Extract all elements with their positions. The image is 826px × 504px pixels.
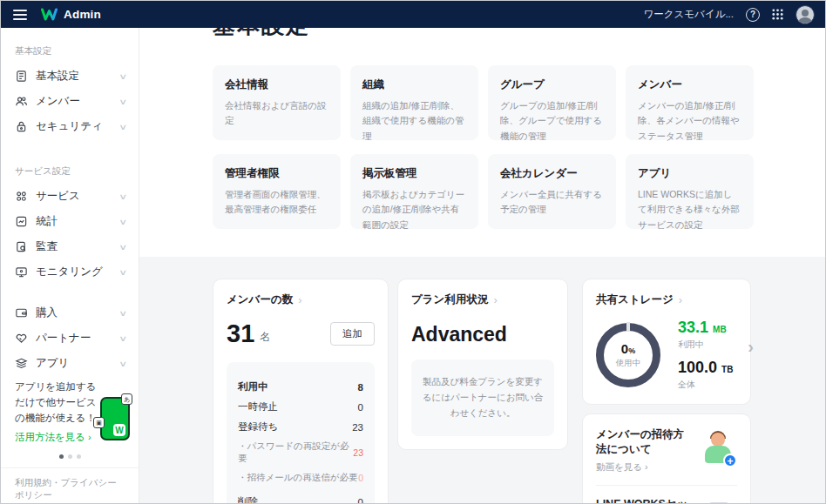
clipped-page-title: 基本設定 xyxy=(213,28,825,36)
app-logo[interactable]: Admin xyxy=(41,8,101,21)
sidebar-item-apps[interactable]: アプリ ∨ xyxy=(1,351,139,376)
shortcut-title: メンバー xyxy=(638,77,741,92)
user-avatar[interactable] xyxy=(796,5,815,24)
help-icon[interactable]: ? xyxy=(746,8,760,22)
guide-row-invite-members[interactable]: メンバーの招待方法について 動画を見る + xyxy=(596,416,737,485)
sidebar-item-partner[interactable]: パートナー ∨ xyxy=(1,326,139,351)
storage-percent-label: 使用中 xyxy=(616,358,641,369)
member-status-row-resend-invite: ・招待メールの再送信が必要 0 xyxy=(238,472,363,484)
guide-row-setup-guide[interactable]: LINE WORKSセットアップガイド ドキュメントを見る W xyxy=(596,485,737,504)
carousel-dot[interactable] xyxy=(59,454,64,459)
shortcut-title: 管理者権限 xyxy=(225,166,328,181)
shortcut-card-board-management[interactable]: 掲示板管理 掲示板およびカテゴリーの追加/修正/削除や共有範囲の設定 xyxy=(350,154,478,229)
sidebar-item-members[interactable]: メンバー ∨ xyxy=(1,89,139,114)
admin-console-window: Admin ワークスモバイル... ? xyxy=(0,0,826,504)
setup-guide-illustration: W xyxy=(701,501,737,504)
shortcut-card-grid: 会社情報 会社情報および言語の設定 組織 組織の追加/修正/削除、組織で使用する… xyxy=(213,65,825,229)
shortcut-desc: 会社情報および言語の設定 xyxy=(225,98,328,129)
storage-used-label: 利用中 xyxy=(678,339,733,351)
storage-total-unit: TB xyxy=(721,365,733,374)
member-status-row-pending: 登録待ち 23 xyxy=(238,420,363,433)
member-status-list: 利用中 8 一時停止 0 登録待ち 23 xyxy=(227,362,375,504)
hamburger-menu-icon[interactable] xyxy=(13,10,27,20)
chevron-down-icon: ∨ xyxy=(119,72,128,81)
chevron-down-icon: ∨ xyxy=(119,268,128,277)
shortcut-title: 会社カレンダー xyxy=(500,166,604,181)
sidebar-item-services[interactable]: サービス ∨ xyxy=(1,184,139,209)
carousel-dot[interactable] xyxy=(68,454,72,459)
sidebar: 基本設定 基本設定 ∨ メンバー ∨ セキュリティ ∨ xyxy=(1,28,139,503)
sidebar-item-label: アプリ xyxy=(36,356,69,371)
sidebar-item-statistics[interactable]: 統計 ∨ xyxy=(1,209,139,234)
sidebar-section-label-service: サービス設定 xyxy=(1,155,139,184)
layers-icon xyxy=(15,357,28,370)
sidebar-item-basic-settings[interactable]: 基本設定 ∨ xyxy=(1,64,139,89)
sidebar-item-label: 基本設定 xyxy=(36,69,79,84)
add-member-button[interactable]: 追加 xyxy=(330,322,375,346)
org-name[interactable]: ワークスモバイル... xyxy=(644,8,734,21)
document-icon xyxy=(15,70,28,83)
plan-note-box: 製品及び料金プランを変更するにはパートナーにお問い合わせください。 xyxy=(411,360,554,436)
plan-name: Advanced xyxy=(411,323,554,346)
shortcut-card-company-info[interactable]: 会社情報 会社情報および言語の設定 xyxy=(213,65,341,140)
promo-carousel-dots xyxy=(1,454,139,459)
sidebar-item-label: モニタリング xyxy=(36,265,103,279)
sidebar-item-purchase[interactable]: 購入 ∨ xyxy=(1,300,139,326)
storage-used-value: 33.1 xyxy=(678,319,708,336)
shortcut-card-apps[interactable]: アプリ LINE WORKSに追加して利用できる様々な外部サービスの設定 xyxy=(626,154,754,229)
shortcut-desc: メンバーの追加/修正/削除、各メンバーの情報やステータス管理 xyxy=(638,98,741,144)
sidebar-section-label-basic: 基本設定 xyxy=(1,35,139,64)
sidebar-item-label: パートナー xyxy=(36,331,91,346)
audit-icon xyxy=(15,240,28,253)
sidebar-item-label: 購入 xyxy=(36,306,58,320)
storage-percent-unit: % xyxy=(628,346,635,355)
shortcut-desc: グループの追加/修正/削除、グループで使用する機能の管理 xyxy=(500,98,604,144)
app-grid-icon[interactable] xyxy=(772,9,783,20)
sidebar-item-label: セキュリティ xyxy=(36,119,103,134)
wallet-icon xyxy=(15,306,28,319)
storage-card-title[interactable]: 共有ストレージ xyxy=(596,292,737,307)
member-status-row-password-reset: ・パスワードの再設定が必要 23 xyxy=(238,440,363,465)
chevron-down-icon: ∨ xyxy=(119,97,128,106)
sidebar-item-label: 監査 xyxy=(36,239,58,254)
partner-heart-icon xyxy=(15,332,28,345)
main-content: 基本設定 会社情報 会社情報および言語の設定 組織 組織の追加/修正/削除、組織… xyxy=(139,28,825,503)
shortcut-card-groups[interactable]: グループ グループの追加/修正/削除、グループで使用する機能の管理 xyxy=(488,65,616,140)
sidebar-item-audit[interactable]: 監査 ∨ xyxy=(1,234,139,259)
chevron-down-icon: ∨ xyxy=(119,334,128,343)
shortcut-desc: 管理者画面の権限管理、最高管理者の権限委任 xyxy=(225,187,328,218)
member-status-row-suspended: 一時停止 0 xyxy=(238,400,363,413)
services-grid-icon xyxy=(15,190,28,203)
shared-storage-card: 共有ストレージ 0% 使用中 33.1 MB 利用中 100.0 TB xyxy=(582,279,751,405)
member-status-row-active: 利用中 8 xyxy=(238,380,363,393)
next-card-chevron-icon[interactable]: › xyxy=(748,337,754,357)
chevron-down-icon: ∨ xyxy=(119,192,128,201)
shortcut-card-organization[interactable]: 組織 組織の追加/修正/削除、組織で使用する機能の管理 xyxy=(350,65,478,140)
shortcut-card-company-calendar[interactable]: 会社カレンダー メンバー全員に共有する予定の管理 xyxy=(488,154,616,229)
shortcut-card-admin-rights[interactable]: 管理者権限 管理者画面の権限管理、最高管理者の権限委任 xyxy=(213,154,341,229)
lock-icon xyxy=(15,120,28,133)
shortcut-desc: LINE WORKSに追加して利用できる様々な外部サービスの設定 xyxy=(638,187,741,232)
shortcut-title: グループ xyxy=(500,77,604,92)
translate-app-icon: あ xyxy=(121,393,132,405)
carousel-dot[interactable] xyxy=(77,454,81,459)
chevron-down-icon: ∨ xyxy=(119,243,128,252)
member-count-value: 31 xyxy=(227,321,254,346)
member-count-row: 31 名 追加 xyxy=(227,321,375,346)
main-top-section: 基本設定 会社情報 会社情報および言語の設定 組織 組織の追加/修正/削除、組織… xyxy=(139,28,825,257)
monitoring-icon xyxy=(15,265,28,279)
member-count-card-title[interactable]: メンバーの数 xyxy=(227,292,375,307)
terms-privacy-links[interactable]: 利用規約・プライバシーポリシー xyxy=(1,467,139,504)
storage-percent: 0 xyxy=(621,341,628,356)
shortcut-card-members[interactable]: メンバー メンバーの追加/修正/削除、各メンバーの情報やステータス管理 xyxy=(626,65,754,140)
promo-text: アプリを追加するだけで他サービスの機能が使える！ xyxy=(15,380,105,426)
sidebar-item-security[interactable]: セキュリティ ∨ xyxy=(1,114,139,139)
sidebar-item-monitoring[interactable]: モニタリング ∨ xyxy=(1,259,139,285)
person-silhouette-icon xyxy=(796,8,814,24)
chevron-down-icon: ∨ xyxy=(119,309,128,318)
plan-card-title[interactable]: プラン利用状況 xyxy=(411,292,554,307)
guide-link-video[interactable]: 動画を見る xyxy=(596,461,694,474)
lineworks-w-icon xyxy=(41,8,58,21)
sidebar-promo: アプリを追加するだけで他サービスの機能が使える！ 活用方法を見る W ▣ あ xyxy=(1,376,139,444)
promo-link[interactable]: 活用方法を見る xyxy=(15,431,91,444)
